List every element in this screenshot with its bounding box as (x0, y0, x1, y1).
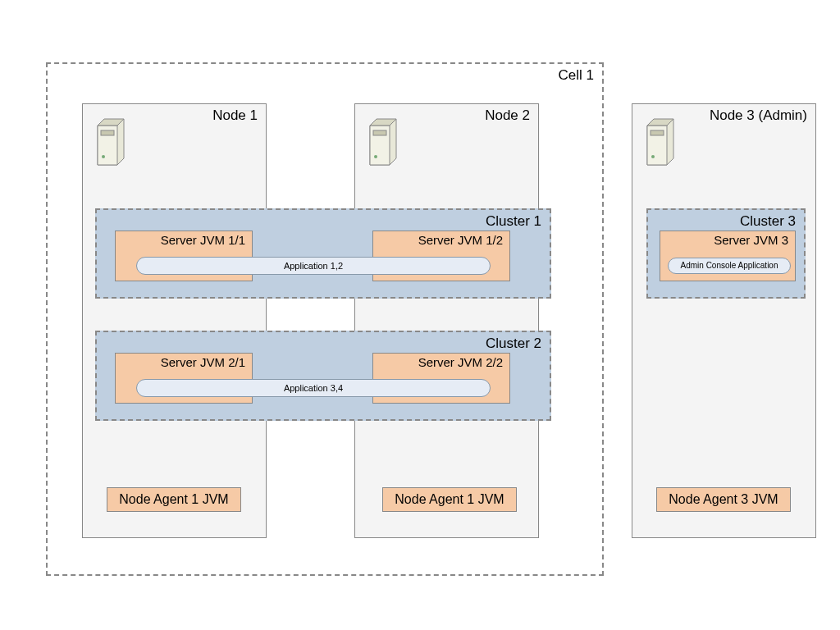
svg-point-14 (651, 155, 655, 158)
server-icon (365, 116, 401, 168)
cluster2-label: Cluster 2 (486, 336, 541, 352)
server-jvm-2-2-label: Server JVM 2/2 (418, 355, 503, 369)
admin-console-application: Admin Console Application (668, 258, 791, 274)
node2-label: Node 2 (485, 107, 530, 124)
node-agent-1: Node Agent 1 JVM (107, 487, 241, 512)
cluster3-label: Cluster 3 (740, 213, 796, 230)
diagram-canvas: Cell 1 Node 1 Node 2 Node 3 (Admin) (0, 0, 840, 630)
cluster1-label: Cluster 1 (486, 213, 541, 230)
svg-rect-8 (373, 130, 386, 135)
server-jvm-1-1-label: Server JVM 1/1 (161, 233, 245, 247)
node3-label: Node 3 (Admin) (710, 107, 807, 124)
server-jvm-2-1-label: Server JVM 2/1 (161, 355, 245, 369)
node1-label: Node 1 (212, 107, 258, 124)
node2-box: Node 2 (354, 103, 539, 538)
svg-point-4 (102, 155, 105, 158)
node-agent-3-label: Node Agent 3 JVM (657, 488, 790, 511)
svg-point-9 (374, 155, 377, 158)
server-jvm-3-label: Server JVM 3 (714, 233, 788, 247)
node3-box: Node 3 (Admin) (632, 103, 816, 538)
server-icon (93, 116, 129, 168)
node1-box: Node 1 (82, 103, 267, 538)
server-icon (642, 116, 678, 168)
node-agent-1-label: Node Agent 1 JVM (107, 488, 240, 511)
svg-rect-3 (101, 130, 114, 135)
node-agent-2-label: Node Agent 1 JVM (383, 488, 516, 511)
svg-rect-13 (651, 130, 664, 135)
application-1-2: Application 1,2 (136, 257, 491, 275)
node-agent-2: Node Agent 1 JVM (382, 487, 517, 512)
cell1-label: Cell 1 (559, 67, 594, 84)
application-3-4: Application 3,4 (136, 379, 491, 397)
node-agent-3: Node Agent 3 JVM (656, 487, 791, 512)
server-jvm-1-2-label: Server JVM 1/2 (418, 233, 503, 247)
